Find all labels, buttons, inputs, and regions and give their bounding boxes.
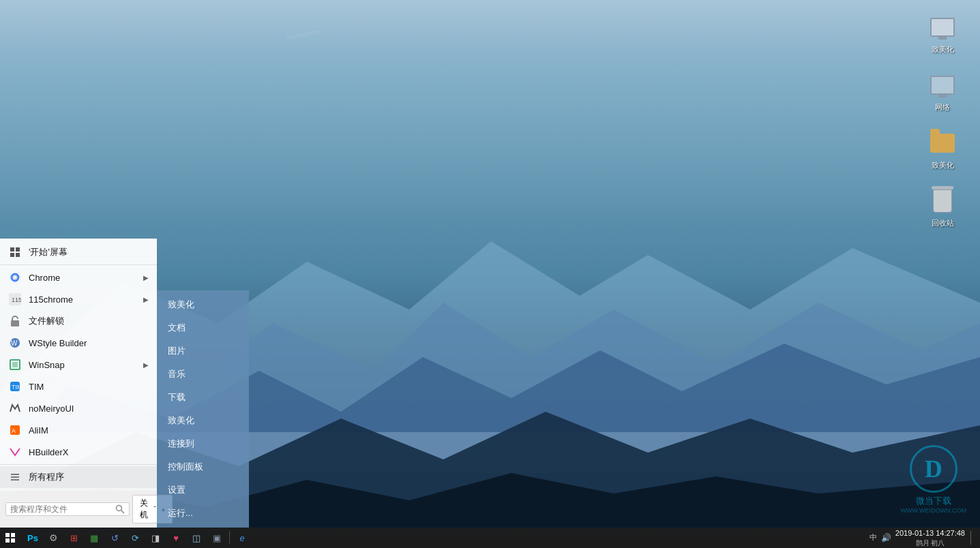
taskbar-volume-icon[interactable]: 🔊 (881, 533, 891, 543)
start-menu-item-all-programs[interactable]: 所有程序 (0, 466, 157, 488)
start-menu-item-winsnap[interactable]: WinSnap ▶ (0, 354, 157, 376)
file-unlock-icon (8, 314, 22, 328)
wstyle-icon: W (8, 336, 22, 350)
right-panel-beautify[interactable]: 致美化 (157, 293, 249, 316)
taskbar-heart-icon[interactable]: ♥ (166, 528, 185, 547)
svg-text:115: 115 (12, 296, 21, 303)
svg-line-30 (121, 511, 125, 514)
taskbar-monitor-icon[interactable]: ◫ (187, 528, 206, 547)
right-panel-control-panel[interactable]: 控制面板 (157, 455, 249, 478)
taskbar-doc-icon[interactable]: ◨ (146, 528, 165, 547)
svg-point-14 (14, 276, 17, 279)
115chrome-icon: 115 (8, 292, 22, 306)
start-menu-search-bar: 关机 ▲ (0, 491, 157, 528)
taskbar-datetime: 2019-01-13 14:27:48 (895, 528, 965, 538)
taskbar-refresh2-icon[interactable]: ⟳ (125, 528, 145, 547)
start-menu-item-115chrome[interactable]: 115 115chrome ▶ (0, 288, 157, 310)
right-panel-downloads[interactable]: 下载 (157, 386, 249, 409)
start-screen-icon (8, 245, 22, 259)
beautify-top-icon (929, 14, 956, 41)
document-icon: ◨ (151, 533, 160, 543)
settings-gear-icon: ⚙ (49, 532, 58, 543)
start-menu-item-file-unlock[interactable]: 文件解锁 (0, 310, 157, 332)
svg-rect-9 (16, 247, 20, 252)
desktop-icon-network[interactable]: 网络 (919, 72, 966, 113)
taskbar-language-icon: 中 (870, 532, 877, 543)
start-menu-item-start-screen[interactable]: '开始'屏幕 (0, 241, 157, 263)
search-box[interactable] (5, 502, 130, 516)
tim-icon: TIM (8, 380, 22, 393)
right-panel-beautify2[interactable]: 致美化 (157, 409, 249, 432)
desktop-icon-beautify-top[interactable]: 致美化 (919, 14, 966, 55)
taskbar-icons-area: Ps ⚙ ⊞ ▦ ↺ ⟳ ◨ ♥ ◫ ▣ e (23, 528, 870, 547)
svg-rect-10 (10, 253, 14, 257)
start-right-panel: 致美化 文档 图片 音乐 下载 致美化 连接到 控制面板 设置 运行... (157, 290, 249, 528)
watermark: D 微当下载 WWW.WEIDOWN.COM (901, 445, 966, 514)
start-menu-item-wstyle[interactable]: W WStyle Builder (0, 332, 157, 354)
taskbar-clock[interactable]: 2019-01-13 14:27:48 鹊月 初八 (895, 528, 965, 547)
svg-rect-31 (154, 506, 156, 507)
nomeiryoui-icon (8, 401, 22, 415)
taskbar-gear-icon[interactable]: ⚙ (44, 528, 63, 547)
aliim-icon: A (8, 423, 22, 437)
taskbar-date-chinese: 鹊月 初八 (895, 538, 965, 547)
windows-logo-icon (5, 533, 15, 543)
network-label: 网络 (933, 102, 952, 113)
all-programs-icon (8, 470, 22, 484)
desktop-icon-beautify-folder[interactable]: 致美化 (919, 130, 966, 171)
right-panel-pictures[interactable]: 图片 (157, 339, 249, 363)
search-input[interactable] (10, 504, 113, 514)
divider-2 (0, 464, 157, 465)
network-icon (929, 72, 956, 99)
taskbar-ps-icon[interactable]: Ps (23, 528, 42, 547)
start-menu-item-nomeiryoui[interactable]: noMeiryoUI (0, 397, 157, 419)
shutdown-label: 关机 (138, 498, 149, 521)
taskbar-virtual-desktop-icon[interactable]: ▣ (207, 528, 226, 547)
start-menu-item-chrome[interactable]: Chrome ▶ (0, 267, 157, 288)
right-panel-connect[interactable]: 连接到 (157, 432, 249, 455)
taskbar: Ps ⚙ ⊞ ▦ ↺ ⟳ ◨ ♥ ◫ ▣ e (0, 528, 980, 548)
taskbar-show-desktop[interactable] (970, 531, 975, 545)
start-menu-item-tim[interactable]: TIM TIM (0, 376, 157, 397)
taskbar-screen-icon[interactable]: ▦ (85, 528, 104, 547)
refresh-icon: ↺ (111, 533, 119, 543)
photoshop-icon: Ps (27, 533, 38, 543)
svg-rect-11 (16, 253, 20, 257)
taskbar-start-button[interactable] (0, 528, 20, 548)
taskbar-grid-icon[interactable]: ⊞ (64, 528, 83, 547)
refresh2-icon: ⟳ (132, 533, 139, 543)
beautify-folder-icon (929, 130, 956, 157)
winsnap-icon (8, 358, 22, 371)
taskbar-refresh-icon[interactable]: ↺ (105, 528, 124, 547)
right-panel-documents[interactable]: 文档 (157, 316, 249, 339)
watermark-url: WWW.WEIDOWN.COM (901, 507, 966, 514)
desktop-icon-recycle-bin[interactable]: 回收站 (919, 187, 966, 229)
start-menu-item-hbuilderx[interactable]: HBuilderX (0, 441, 157, 463)
beautify-folder-label: 致美化 (930, 159, 956, 171)
edge-icon: e (239, 533, 244, 543)
red-grid-icon: ⊞ (70, 533, 78, 543)
svg-point-29 (117, 506, 122, 511)
heart-icon: ♥ (173, 533, 179, 543)
right-panel-music[interactable]: 音乐 (157, 363, 249, 386)
svg-rect-21 (12, 362, 18, 367)
search-icon (115, 504, 125, 514)
hbuilderx-icon (8, 445, 22, 459)
divider-1 (0, 264, 157, 265)
start-menu-main: '开始'屏幕 Chrome ▶ 115 115chr (0, 239, 157, 491)
watermark-text: 微当下载 (916, 495, 951, 507)
right-panel-run[interactable]: 运行... (157, 502, 249, 525)
monitor-taskbar-icon: ◫ (192, 533, 201, 543)
svg-text:A: A (12, 427, 16, 434)
taskbar-browser-icon[interactable]: e (233, 528, 252, 547)
right-panel-settings[interactable]: 设置 (157, 478, 249, 502)
recycle-bin-label: 回收站 (930, 217, 956, 229)
watermark-logo-letter: D (925, 455, 942, 483)
svg-text:W: W (11, 339, 18, 347)
start-menu-item-aliim[interactable]: A AliIM (0, 419, 157, 441)
virtual-desktop-icon: ▣ (213, 533, 221, 543)
svg-text:TIM: TIM (12, 384, 21, 391)
115chrome-arrow: ▶ (143, 296, 149, 303)
svg-rect-17 (11, 320, 19, 326)
green-screen-icon: ▦ (90, 533, 98, 543)
